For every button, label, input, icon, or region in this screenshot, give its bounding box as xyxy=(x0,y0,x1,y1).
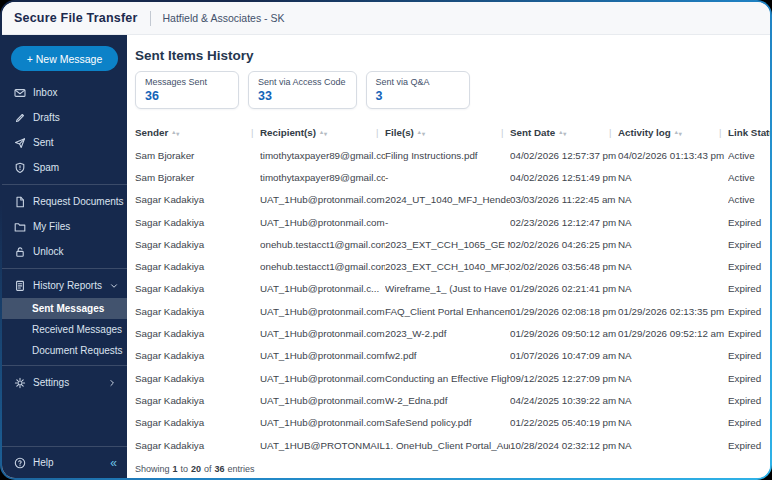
cell-sender: Sagar Kadakiya xyxy=(135,261,260,272)
topbar-divider xyxy=(150,11,151,26)
column-header-sent-date[interactable]: Sent Date ▴▾ xyxy=(510,127,618,138)
sidebar-item-help[interactable]: Help « xyxy=(2,446,127,478)
cell-activity-log: NA xyxy=(618,261,728,272)
sidebar-spacer xyxy=(2,395,127,446)
document-icon xyxy=(14,196,26,208)
cell-activity-log: NA xyxy=(618,283,728,294)
table-row[interactable]: Sagar Kadakiya UAT_1Hub@protonmail.com -… xyxy=(127,211,770,233)
cell-sent-date: 04/24/2025 10:39:22 am xyxy=(510,395,618,406)
cell-sender: Sagar Kadakiya xyxy=(135,239,260,250)
cell-activity-log: 04/02/2026 01:13:43 pm xyxy=(618,150,728,161)
sort-icon[interactable]: ▴▾ xyxy=(172,130,179,136)
table-row[interactable]: Sagar Kadakiya UAT_1Hub@protonmail.com S… xyxy=(127,412,770,434)
recipient-email: UAT_1Hub@protonmail.com xyxy=(260,306,385,317)
table-row[interactable]: Sagar Kadakiya UAT_1Hub@protonmail.com C… xyxy=(127,367,770,389)
sidebar-item-my-files[interactable]: My Files xyxy=(2,214,127,239)
cell-activity-log: 01/29/2026 09:52:12 am xyxy=(618,328,728,339)
recipient-email: UAT_1Hub@protonmail.com xyxy=(260,417,385,428)
table-row[interactable]: Sagar Kadakiya UAT_1Hub@protonmail.c... … xyxy=(127,278,770,300)
column-header-files[interactable]: File(s) ▴▾ xyxy=(385,127,510,138)
sort-icon[interactable]: ▴▾ xyxy=(559,130,566,136)
column-header-recipients[interactable]: Recipient(s) ▴▾ xyxy=(260,127,385,138)
recipient-email: timothytaxpayer89@gmail.com xyxy=(260,150,385,161)
gear-icon xyxy=(14,377,26,389)
column-header-link-status[interactable]: Link Status ▴▾ xyxy=(728,127,770,138)
cell-recipient: UAT_1Hub@protonmail.com xyxy=(260,217,385,228)
sidebar-item-request-documents[interactable]: Request Documents xyxy=(2,189,127,214)
cell-file: fw2.pdf xyxy=(385,350,510,361)
cell-link-status: Active xyxy=(728,172,770,183)
sidebar-subitem-document-requests[interactable]: Document Requests xyxy=(2,340,127,361)
cell-file: 2024_UT_1040_MFJ_Henderson.... xyxy=(385,194,510,205)
showing-to: 20 xyxy=(191,464,201,474)
table-row[interactable]: Sagar Kadakiya UAT_1Hub@protonmail.com W… xyxy=(127,389,770,411)
sidebar-item-unlock[interactable]: Unlock xyxy=(2,239,127,264)
chevron-down-icon[interactable] xyxy=(109,281,119,291)
organization-name: Hatfield & Associates - SK xyxy=(163,12,285,24)
cell-activity-log: NA xyxy=(618,395,728,406)
sidebar-item-sent[interactable]: Sent xyxy=(2,130,127,155)
chevron-right-icon[interactable] xyxy=(107,378,117,388)
stat-value: 3 xyxy=(376,89,459,103)
sort-icon[interactable]: ▴▾ xyxy=(320,130,327,136)
sort-icon[interactable]: ▴▾ xyxy=(675,130,682,136)
cell-file: W-2_Edna.pdf xyxy=(385,395,510,406)
sidebar-item-settings[interactable]: Settings xyxy=(2,370,127,395)
sidebar-item-history-reports[interactable]: History Reports xyxy=(2,273,127,298)
table-row[interactable]: Sam Bjoraker timothytaxpayer89@gmail.com… xyxy=(127,144,770,166)
sidebar-item-label: History Reports xyxy=(33,280,102,291)
cell-sent-date: 10/28/2024 02:32:12 pm xyxy=(510,440,618,451)
recipient-email: timothytaxpayer89@gmail.com xyxy=(260,172,385,183)
app-window: Secure File Transfer Hatfield & Associat… xyxy=(2,2,770,478)
cell-link-status: Expired xyxy=(728,239,770,250)
top-bar: Secure File Transfer Hatfield & Associat… xyxy=(2,2,770,35)
sidebar-subitem-sent-messages[interactable]: Sent Messages xyxy=(2,298,127,319)
table-body: Sam Bjoraker timothytaxpayer89@gmail.com… xyxy=(127,144,770,456)
sidebar-item-drafts[interactable]: Drafts xyxy=(2,105,127,130)
showing-total: 36 xyxy=(215,464,225,474)
paper-plane-icon xyxy=(14,137,26,149)
cell-sent-date: 01/29/2026 02:21:41 pm xyxy=(510,283,618,294)
page-title: Sent Items History xyxy=(135,48,770,63)
sidebar-item-spam[interactable]: Spam xyxy=(2,155,127,180)
cell-file: Filing Instructions.pdf xyxy=(385,150,510,161)
cell-recipient: timothytaxpayer89@gmail.com xyxy=(260,150,385,161)
table-row[interactable]: Sagar Kadakiya UAT_1Hub@protonmail.com F… xyxy=(127,300,770,322)
table-row[interactable]: Sagar Kadakiya onehub.testacct1@gmail.co… xyxy=(127,255,770,277)
cell-link-status: Expired xyxy=(728,417,770,428)
cell-activity-log: NA xyxy=(618,239,728,250)
cell-link-status: Active xyxy=(728,150,770,161)
sort-icon[interactable]: ▴▾ xyxy=(418,130,425,136)
table-row[interactable]: Sagar Kadakiya UAT_1Hub@protonmail.com f… xyxy=(127,345,770,367)
table-row[interactable]: Sagar Kadakiya UAT_1Hub@protonmail.com 2… xyxy=(127,189,770,211)
recipient-email: UAT_1Hub@protonmail.com xyxy=(260,194,385,205)
cell-file: - xyxy=(385,217,510,228)
app-title: Secure File Transfer xyxy=(14,11,138,25)
table-row[interactable]: Sagar Kadakiya UAT_1Hub@protonmail.com 2… xyxy=(127,322,770,344)
table-row[interactable]: Sagar Kadakiya onehub.testacct1@gmail.co… xyxy=(127,233,770,255)
cell-file: Conducting an Effective Flight Re... xyxy=(385,373,510,384)
cell-sent-date: 04/02/2026 12:51:49 pm xyxy=(510,172,618,183)
new-message-button[interactable]: + New Message xyxy=(11,46,118,71)
table-row[interactable]: Sam Bjoraker timothytaxpayer89@gmail.com… xyxy=(127,166,770,188)
stat-card: Sent via Access Code 33 xyxy=(248,71,357,109)
table-row[interactable]: Sagar Kadakiya UAT_1HUB@PROTONMAIL.COM 1… xyxy=(127,434,770,456)
sidebar-item-inbox[interactable]: Inbox xyxy=(2,80,127,105)
collapse-sidebar-icon[interactable]: « xyxy=(110,456,117,470)
sidebar-item-label: My Files xyxy=(33,221,70,232)
recipient-email: UAT_1Hub@protonmail.com xyxy=(260,350,385,361)
cell-file: 2023_EXT_CCH_1065_GE MONE... xyxy=(385,239,510,250)
sidebar-subitem-received-messages[interactable]: Received Messages xyxy=(2,319,127,340)
cell-sender: Sagar Kadakiya xyxy=(135,283,260,294)
recipient-email: UAT_1Hub@protonmail.com xyxy=(260,395,385,406)
column-header-sender[interactable]: Sender ▴▾ xyxy=(135,127,260,138)
cell-activity-log: NA xyxy=(618,373,728,384)
recipient-email: UAT_1HUB@PROTONMAIL.COM xyxy=(260,440,385,451)
cell-sender: Sagar Kadakiya xyxy=(135,306,260,317)
pagination-summary: Showing 1 to 20 of 36 entries xyxy=(135,464,770,474)
cell-sender: Sagar Kadakiya xyxy=(135,194,260,205)
cell-sender: Sagar Kadakiya xyxy=(135,395,260,406)
folder-icon xyxy=(14,221,26,233)
column-header-activity-log[interactable]: Activity log ▴▾ xyxy=(618,127,728,138)
cell-link-status: Expired xyxy=(728,283,770,294)
